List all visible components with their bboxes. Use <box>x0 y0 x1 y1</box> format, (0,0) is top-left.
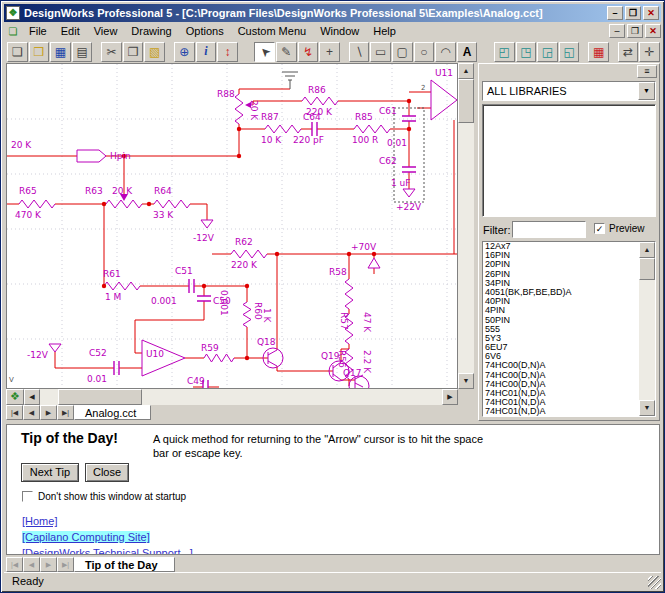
tip-next-button[interactable]: ▶ <box>40 557 57 572</box>
scroll-right-button[interactable]: ▶ <box>442 389 458 405</box>
line-tool-button[interactable]: ∖ <box>349 42 370 62</box>
vertical-scrollbar[interactable]: ▲ ▼ <box>458 63 474 389</box>
junction-tool-button[interactable]: + <box>319 42 340 62</box>
dropdown-arrow-icon[interactable]: ▼ <box>638 82 655 100</box>
schematic-canvas[interactable]: R88 20 K R86 220 K R87 10 K C64 220 pF R… <box>6 63 458 389</box>
library-menu-button[interactable]: ≡ <box>637 65 657 78</box>
tip-last-button[interactable]: ▶| <box>57 557 74 572</box>
menu-view[interactable]: View <box>87 24 125 38</box>
startup-checkbox[interactable] <box>22 491 33 502</box>
ellipse-tool-button[interactable]: ○ <box>414 42 435 62</box>
list-item[interactable]: 16PIN <box>483 251 655 260</box>
scroll-up-button[interactable]: ▲ <box>458 63 474 79</box>
power-minus12v-symbol[interactable] <box>201 220 213 228</box>
list-item[interactable]: 20PIN <box>483 260 655 269</box>
paste-button[interactable]: ▧ <box>144 42 165 62</box>
text-tool-button[interactable]: A <box>457 42 478 62</box>
arc-tool-button[interactable]: ◠ <box>435 42 456 62</box>
probe-tool-button[interactable]: ✛ <box>639 42 660 62</box>
vertical-scroll-thumb[interactable] <box>458 79 474 123</box>
list-item[interactable]: 4051(BK,BF,BE,BD)A <box>483 288 655 297</box>
minimize-button[interactable]: – <box>607 6 623 20</box>
document-icon[interactable]: ❏ <box>6 26 20 37</box>
wire-network[interactable] <box>7 89 457 387</box>
filter-input[interactable] <box>512 221 586 238</box>
menu-custom-menu[interactable]: Custom Menu <box>231 24 313 38</box>
scroll-down-button[interactable]: ▼ <box>458 373 474 389</box>
list-item[interactable]: 74HC01(N,D)A <box>483 389 655 398</box>
zap-tool-button[interactable]: ↯ <box>298 42 319 62</box>
rounded-rect-tool-button[interactable]: ▢ <box>392 42 413 62</box>
power-minus12v-symbol-b[interactable] <box>49 344 61 352</box>
child-restore-button[interactable]: ❐ <box>627 24 643 38</box>
list-item[interactable]: 74HC00(D,N)A <box>483 371 655 380</box>
fit-to-window-button[interactable]: ◲ <box>537 42 558 62</box>
list-item[interactable]: 40PIN <box>483 297 655 306</box>
resize-grip[interactable] <box>648 576 661 589</box>
close-button[interactable]: ✕ <box>643 6 659 20</box>
list-item[interactable]: 34PIN <box>483 279 655 288</box>
list-item[interactable]: 555 <box>483 325 655 334</box>
tip-first-button[interactable]: |◀ <box>6 557 23 572</box>
link-tech-support[interactable]: [DesignWorks Technical Support...] <box>22 547 193 555</box>
save-button[interactable]: ▦ <box>50 42 71 62</box>
actual-size-button[interactable]: ◱ <box>559 42 580 62</box>
zoom-button[interactable]: ⊕ <box>174 42 195 62</box>
app-icon[interactable]: ❖ <box>6 6 20 20</box>
menu-edit[interactable]: Edit <box>54 24 87 38</box>
arrow-tool-button[interactable]: ➤ <box>254 42 275 62</box>
new-document-button[interactable]: ❏ <box>7 42 28 62</box>
list-item[interactable]: 26PIN <box>483 270 655 279</box>
swap-views-button[interactable]: ⇄ <box>618 42 639 62</box>
list-item[interactable]: 4PIN <box>483 306 655 315</box>
horizontal-scroll-thumb[interactable] <box>58 389 142 405</box>
link-home[interactable]: [Home] <box>22 515 57 527</box>
sheet-icon[interactable]: ❖ <box>6 389 24 405</box>
last-sheet-button[interactable]: ▶| <box>57 405 74 420</box>
library-dropdown[interactable]: ALL LIBRARIES ▼ <box>482 81 656 101</box>
opamp-u11[interactable] <box>431 80 457 120</box>
menu-drawing[interactable]: Drawing <box>124 24 178 38</box>
list-item[interactable]: 74HC01(N,D)A <box>483 398 655 407</box>
first-sheet-button[interactable]: |◀ <box>6 405 23 420</box>
list-scroll-up-button[interactable]: ▲ <box>639 242 655 258</box>
tab-analog-cct[interactable]: Analog.cct <box>74 405 151 420</box>
info-button[interactable]: i <box>196 42 217 62</box>
netlist-button[interactable]: ▦ <box>588 42 609 62</box>
power-plus70v-symbol[interactable] <box>368 258 380 268</box>
ground-symbol[interactable] <box>282 72 298 89</box>
link-capilano-site[interactable]: [Capilano Computing Site] <box>22 531 150 543</box>
open-button[interactable]: ❒ <box>29 42 50 62</box>
menu-options[interactable]: Options <box>179 24 231 38</box>
copy-button[interactable]: ❐ <box>123 42 144 62</box>
menu-window[interactable]: Window <box>313 24 366 38</box>
list-scroll-down-button[interactable]: ▼ <box>639 400 655 416</box>
rect-tool-button[interactable]: ▭ <box>370 42 391 62</box>
pencil-tool-button[interactable]: ✎ <box>276 42 297 62</box>
zoom-in-view-button[interactable]: ◰ <box>494 42 515 62</box>
schematic-drawing[interactable]: R88 20 K R86 220 K R87 10 K C64 220 pF R… <box>7 64 457 388</box>
list-item[interactable]: 12Ax7 <box>483 242 655 251</box>
preview-checkbox[interactable]: ✓ <box>594 223 605 234</box>
zoom-out-view-button[interactable]: ◳ <box>516 42 537 62</box>
parts-list[interactable]: 12Ax7 16PIN 20PIN 26PIN 34PIN 4051(BK,BF… <box>482 241 656 417</box>
list-item[interactable]: 6V6 <box>483 352 655 361</box>
child-close-button[interactable]: ✕ <box>645 24 661 38</box>
horizontal-scrollbar[interactable]: ❖ ◀ ▶ <box>6 389 474 405</box>
child-minimize-button[interactable]: – <box>609 24 625 38</box>
restore-button[interactable]: ❐ <box>625 6 641 20</box>
menu-file[interactable]: File <box>22 24 54 38</box>
list-item[interactable]: 50PIN <box>483 316 655 325</box>
list-scrollbar[interactable]: ▲ ▼ <box>639 242 655 416</box>
list-item[interactable]: 5Y3 <box>483 334 655 343</box>
list-item[interactable]: 74HC01(N,D)A <box>483 407 655 416</box>
tip-close-button[interactable]: Close <box>85 463 129 482</box>
list-item[interactable]: 74HC00(D,N)A <box>483 361 655 370</box>
sort-signals-button[interactable]: ↕ <box>217 42 238 62</box>
print-button[interactable]: ▤ <box>72 42 93 62</box>
next-sheet-button[interactable]: ▶ <box>40 405 57 420</box>
hpin-connector[interactable] <box>77 150 106 162</box>
power-plus22v-symbol[interactable] <box>403 189 415 197</box>
menu-help[interactable]: Help <box>366 24 403 38</box>
list-item[interactable]: 74HC00(D,N)A <box>483 380 655 389</box>
